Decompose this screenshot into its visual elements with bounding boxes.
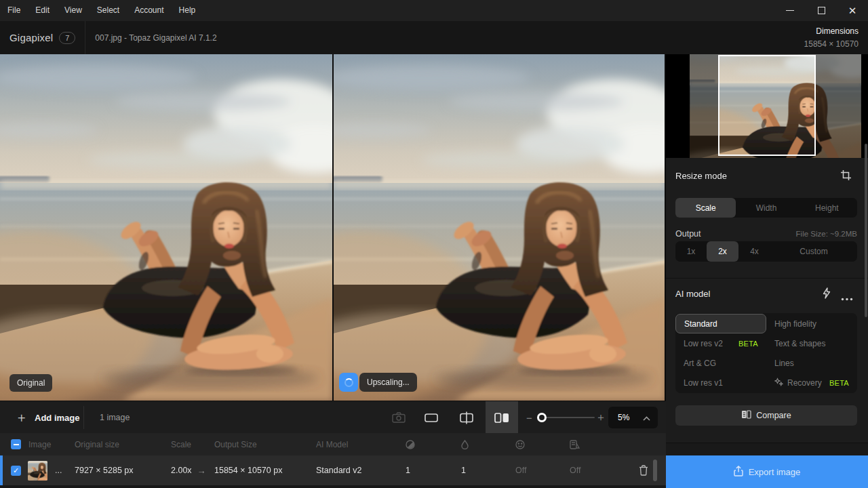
crop-icon[interactable] <box>840 169 852 184</box>
original-pane[interactable]: Original <box>0 54 332 401</box>
resize-mode-tabs: Scale Width Height <box>675 198 857 218</box>
toolbar-divider <box>83 406 84 429</box>
model-art-cg[interactable]: Art & CG <box>675 353 766 373</box>
row-gamma-value[interactable]: Off <box>570 466 628 475</box>
settings-panel: Resize mode Scale Width Height Output Fi… <box>666 54 868 488</box>
menu-help[interactable]: Help <box>172 0 203 21</box>
scale-1x[interactable]: 1x <box>675 241 707 262</box>
single-view-button[interactable] <box>415 401 448 434</box>
model-high-fidelity[interactable]: High fidelity <box>766 314 857 333</box>
navigation-thumbnail[interactable] <box>666 54 868 158</box>
original-photo <box>0 54 332 401</box>
scale-custom[interactable]: Custom <box>770 241 857 262</box>
upscaling-label: Upscaling... <box>359 373 417 392</box>
minimize-icon <box>786 10 794 12</box>
close-button[interactable]: ✕ <box>837 0 868 21</box>
model-label: Lines <box>774 359 794 368</box>
lightning-icon[interactable] <box>822 287 831 302</box>
export-label: Export image <box>749 467 801 477</box>
model-label: Low res v2 <box>684 339 723 348</box>
compare-button[interactable]: Compare <box>675 405 857 426</box>
col-ai-model: AI Model <box>316 440 406 449</box>
file-size-estimate: File Size: ~9.2MB <box>796 230 857 238</box>
menu-file[interactable]: File <box>0 0 28 21</box>
row-face-recovery-value[interactable]: Off <box>515 466 570 475</box>
row-checkbox[interactable]: ✓ <box>11 466 21 476</box>
app-window: File Edit View Select Account Help ✕ Gig… <box>0 0 868 488</box>
zoom-out-button[interactable]: − <box>526 401 532 434</box>
model-label: Low res v1 <box>684 378 723 388</box>
menu-bar: File Edit View Select Account Help ✕ <box>0 0 868 21</box>
denoise-column-icon <box>461 440 515 449</box>
titlebar-divider <box>85 21 85 54</box>
col-original-size: Original size <box>75 440 171 449</box>
menu-account[interactable]: Account <box>127 0 171 21</box>
gamma-column-icon <box>570 440 628 449</box>
row-ai-model[interactable]: Standard v2 <box>316 466 406 475</box>
minimize-button[interactable] <box>774 0 806 21</box>
zoom-value: 5% <box>618 413 629 422</box>
scale-2x[interactable]: 2x <box>707 241 738 262</box>
menu-view[interactable]: View <box>57 0 90 21</box>
model-low-res-v1[interactable]: Low res v1 <box>675 373 766 392</box>
preview-pane[interactable]: Upscaling... <box>334 54 665 401</box>
add-image-label: Add image <box>35 413 79 423</box>
nav-viewport-box[interactable] <box>718 55 816 156</box>
select-all-checkbox[interactable] <box>11 439 21 449</box>
add-image-button[interactable]: ＋ Add image <box>15 401 79 434</box>
tab-height[interactable]: Height <box>797 198 857 218</box>
image-count: 1 image <box>100 401 130 434</box>
beta-badge: BETA <box>829 379 849 387</box>
export-image-button[interactable]: Export image <box>666 455 868 488</box>
snapshot-camera-button[interactable] <box>382 401 415 434</box>
plus-icon: ＋ <box>15 409 28 426</box>
model-lines[interactable]: Lines <box>766 353 857 373</box>
zoom-slider-track[interactable] <box>539 417 595 418</box>
model-label: Text & shapes <box>774 339 825 348</box>
ai-model-grid: Standard High fidelity Low res v2BETA Te… <box>675 313 857 393</box>
sharpen-column-icon <box>406 440 461 449</box>
model-low-res-v2[interactable]: Low res v2BETA <box>675 333 766 353</box>
panel-lower-strip <box>666 443 868 455</box>
selected-row-accent <box>0 455 3 485</box>
more-options-icon[interactable] <box>841 291 853 304</box>
spinner-icon <box>344 378 353 387</box>
row-denoise-value[interactable]: 1 <box>461 466 515 475</box>
model-label: Recovery <box>787 378 822 388</box>
col-output-size: Output Size <box>214 440 316 449</box>
row-thumbnail <box>28 461 47 481</box>
arrow-right-icon: → <box>197 466 206 476</box>
beta-badge: BETA <box>738 340 758 348</box>
menu-select[interactable]: Select <box>90 0 127 21</box>
dimensions-label: Dimensions <box>804 25 859 38</box>
tab-scale[interactable]: Scale <box>675 198 736 218</box>
spinner-box <box>339 373 358 392</box>
scale-4x[interactable]: 4x <box>738 241 770 262</box>
model-standard[interactable]: Standard <box>675 314 766 333</box>
zoom-in-button[interactable]: ＋ <box>595 401 606 434</box>
maximize-button[interactable] <box>806 0 837 21</box>
row-scale[interactable]: 2.00x <box>171 466 192 475</box>
resize-mode-title: Resize mode <box>675 171 727 181</box>
model-text-shapes[interactable]: Text & shapes <box>766 333 857 353</box>
tab-width[interactable]: Width <box>736 198 796 218</box>
zoom-level-dropdown[interactable]: 5% <box>608 407 658 428</box>
chevron-up-icon <box>643 411 650 424</box>
table-scrollbar[interactable] <box>653 460 657 481</box>
model-recovery[interactable]: Recovery BETA <box>766 373 857 392</box>
delete-row-button[interactable] <box>628 465 666 476</box>
model-label: Art & CG <box>684 359 716 368</box>
zoom-slider-knob[interactable] <box>537 413 547 422</box>
queue-row[interactable]: ✓ ... 7927 × 5285 px 2.00x → 15854 × 105… <box>0 455 666 485</box>
app-name: Gigapixel <box>9 32 53 43</box>
panel-scrollbar[interactable] <box>865 144 867 317</box>
section-divider <box>666 278 868 279</box>
row-sharpen-value[interactable]: 1 <box>406 466 461 475</box>
sparkles-icon <box>774 378 783 388</box>
side-by-side-view-button[interactable] <box>486 401 518 434</box>
menu-edit[interactable]: Edit <box>28 0 57 21</box>
split-view-button[interactable] <box>450 401 483 434</box>
app-version-badge[interactable]: 7 <box>59 32 75 44</box>
viewer-area: Original Upscaling... <box>0 54 666 401</box>
face-recovery-column-icon <box>515 440 570 449</box>
